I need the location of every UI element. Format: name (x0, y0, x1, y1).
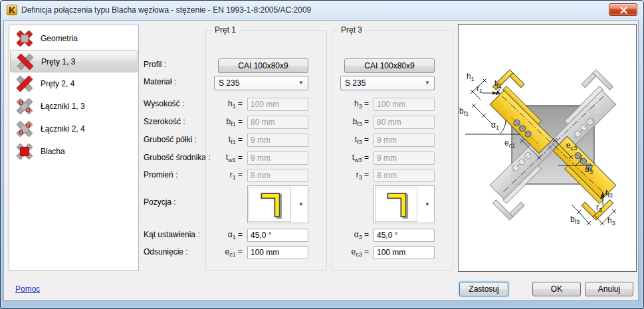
label-kat-ustawienia: Kąt ustawienia : (144, 230, 200, 239)
sidebar-item-geometria[interactable]: Geometria (10, 27, 138, 50)
angle-input[interactable] (374, 229, 435, 242)
position-combo[interactable]: ▼ (374, 185, 435, 223)
material-combo[interactable]: S 235 ▼ (340, 76, 435, 90)
group-pret-3: Pręt 3 CAI 100x80x9 S 235 ▼ h3 = bf3 = t… (332, 30, 453, 271)
radius-input (374, 169, 435, 182)
angle-position-icon (375, 187, 417, 222)
group-title: Pręt 1 (212, 25, 239, 35)
dialog-window: Definicja połączenia typu Blacha węzłowa… (0, 0, 644, 309)
field-symbol: bf3 = (332, 117, 369, 128)
field-symbol: r1 = (206, 170, 243, 181)
field-symbol: tw1 = (206, 153, 243, 163)
material-value: S 235 (345, 78, 366, 88)
field-row: bf1 = (206, 116, 328, 129)
material-combo[interactable]: S 235 ▼ (214, 76, 308, 90)
angle-input[interactable] (247, 229, 308, 242)
field-symbol: h1 = (206, 99, 243, 110)
chevron-down-icon: ▼ (425, 201, 430, 207)
flange-thickness-input (247, 134, 308, 147)
field-row: tw3 = (332, 152, 454, 165)
width-input (374, 116, 435, 129)
label-szerokosc: Szerokość : (144, 117, 185, 126)
geometry-icon (15, 29, 35, 48)
web-thickness-input (374, 152, 435, 165)
offset-input[interactable] (247, 246, 308, 259)
field-row: tw1 = (206, 152, 328, 165)
sidebar-item-label: Pręty 2, 4 (41, 72, 74, 95)
bolts-1-3-icon (15, 97, 35, 116)
dim-label-ec3: ec3 (566, 141, 577, 152)
dim-label-a3: α3 (585, 165, 593, 175)
profile-button[interactable]: CAI 100x80x9 (344, 58, 435, 73)
sidebar-item-prety-1-3[interactable]: Pręty 1, 3 (10, 50, 138, 72)
height-input (247, 98, 308, 111)
field-symbol: α3 = (332, 230, 369, 241)
label-pozycja: Pozycja : (144, 197, 176, 207)
help-link[interactable]: Pomoc (15, 284, 40, 294)
sidebar-item-label: Łączniki 2, 4 (41, 118, 85, 140)
group-title: Pręt 3 (338, 25, 365, 35)
field-symbol: ec3 = (332, 247, 369, 258)
bars-2-4-icon (15, 74, 35, 93)
sidebar-item-prety-2-4[interactable]: Pręty 2, 4 (10, 72, 138, 95)
angle-position-icon (249, 187, 291, 222)
height-input (374, 98, 435, 111)
field-symbol: tf1 = (206, 135, 243, 146)
label-grubosc-polki: Grubość półki : (144, 135, 197, 144)
width-input (247, 116, 308, 129)
sidebar-item-blacha[interactable]: Blacha (10, 140, 138, 163)
web-thickness-input (247, 152, 308, 165)
label-wysokosc: Wysokość : (144, 99, 184, 108)
app-icon (7, 5, 17, 15)
cancel-button[interactable]: Anuluj (585, 282, 633, 296)
field-row: α1 = (206, 229, 328, 242)
label-material: Materiał : (144, 77, 176, 86)
field-row: h3 = (332, 98, 454, 111)
group-pret-1: Pręt 1 CAI 100x80x9 S 235 ▼ h1 = bf1 = t… (205, 30, 327, 271)
field-row: ec3 = (332, 246, 454, 259)
profile-button[interactable]: CAI 100x80x9 (218, 58, 308, 73)
field-symbol: α1 = (206, 230, 243, 241)
flange-thickness-input (374, 134, 435, 147)
sidebar-item-label: Pręty 1, 3 (41, 51, 75, 73)
title-bar[interactable]: Definicja połączenia typu Blacha węzłowa… (1, 1, 643, 20)
radius-input (247, 169, 308, 182)
sidebar-item-laczniki-2-4[interactable]: Łączniki 2, 4 (10, 118, 138, 140)
field-row: bf3 = (332, 116, 454, 129)
field-symbol: r3 = (332, 170, 369, 181)
dim-label-bf1: bf1 (459, 106, 469, 117)
dim-label-r3: r3 (596, 203, 602, 213)
offset-input[interactable] (374, 246, 435, 259)
plate-icon (15, 142, 35, 161)
dim-label-h3: h3 (607, 216, 615, 227)
field-row: α3 = (332, 229, 454, 242)
dim-label-a1: α1 (491, 120, 499, 131)
bolts-2-4-icon (15, 120, 35, 138)
dim-label-ec1: ec1 (504, 138, 515, 149)
sidebar-item-laczniki-1-3[interactable]: Łączniki 1, 3 (10, 95, 138, 118)
chevron-down-icon: ▼ (298, 80, 304, 86)
category-list: Geometria Pręty 1, 3 Pręty 2, 4 (9, 25, 139, 271)
dim-label-tf3: tf3 (605, 188, 613, 199)
close-icon[interactable] (609, 3, 637, 16)
label-promien: Promień : (144, 170, 177, 179)
dim-label-r1: r1 (477, 84, 483, 94)
field-symbol: bf1 = (206, 117, 243, 128)
connection-preview: h1 tf1 r1 bf1 α1 ec1 ec3 α3 tf3 r3 bf3 h… (458, 24, 637, 272)
ok-button[interactable]: OK (532, 282, 581, 296)
label-profil: Profil : (144, 60, 166, 69)
dim-label-bf3: bf3 (570, 215, 580, 225)
gusset-diagram (459, 25, 636, 271)
dim-label-tf1: tf1 (494, 78, 502, 89)
field-row: r1 = (206, 169, 328, 182)
field-symbol: ec1 = (206, 247, 243, 258)
chevron-down-icon: ▼ (425, 80, 430, 86)
field-row: r3 = (332, 169, 454, 182)
field-symbol: h3 = (332, 99, 369, 110)
sidebar-item-label: Łączniki 1, 3 (41, 95, 85, 118)
position-combo[interactable]: ▼ (247, 185, 308, 223)
apply-button[interactable]: Zastosuj (459, 282, 508, 296)
chevron-down-icon: ▼ (298, 201, 304, 207)
label-odsuniecie: Odsunięcie : (144, 247, 188, 257)
field-row: tf1 = (206, 134, 328, 147)
